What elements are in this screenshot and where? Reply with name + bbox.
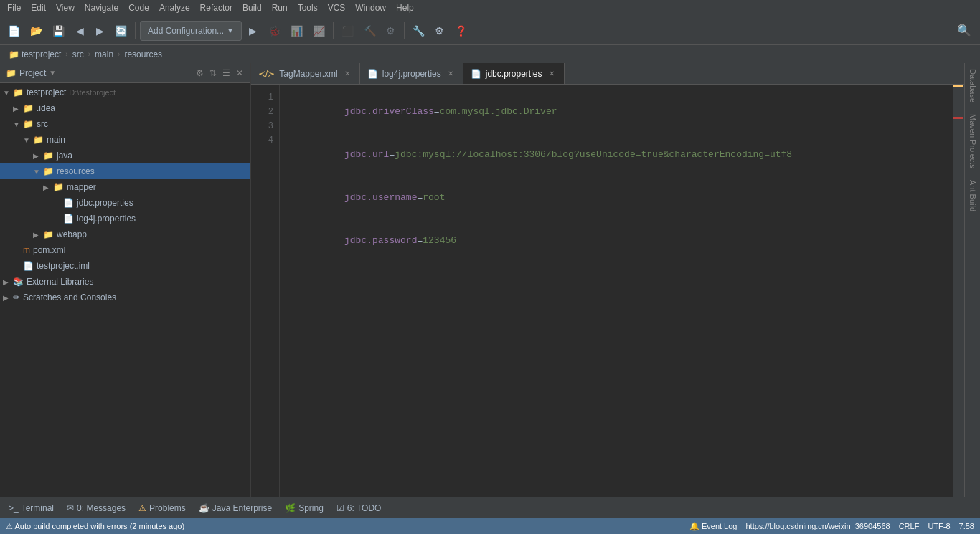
settings-button[interactable]: ⚙ — [431, 21, 448, 41]
event-log-icon: 🔔 — [689, 522, 699, 531]
sdk-settings-button[interactable]: 🔧 — [409, 21, 428, 41]
open-button[interactable]: 📂 — [27, 21, 46, 41]
right-tab-ant[interactable]: Ant Build — [967, 174, 979, 217]
menu-navigate[interactable]: Navigate — [80, 1, 123, 14]
run-button[interactable]: ▶ — [245, 21, 262, 41]
tree-arrow-resources: ▼ — [33, 168, 43, 176]
bottom-tab-terminal[interactable]: >_ Terminal — [3, 498, 60, 518]
menu-edit[interactable]: Edit — [27, 1, 50, 14]
menu-run[interactable]: Run — [268, 1, 292, 14]
java-folder-icon: 📁 — [43, 151, 54, 161]
tree-arrow-ext: ▶ — [3, 278, 13, 286]
menu-vcs[interactable]: VCS — [324, 1, 350, 14]
breadcrumb-testproject[interactable]: 📁 testproject — [6, 49, 64, 60]
menu-view[interactable]: View — [52, 1, 79, 14]
event-log-button[interactable]: 🔔 Event Log — [689, 522, 738, 531]
tab-close-jdbc[interactable]: ✕ — [547, 69, 557, 79]
project-panel: 📁 Project ▼ ⚙ ⇅ ☰ ✕ ▼ 📁 testproject D:\t… — [0, 63, 251, 497]
bottom-tab-label-messages: 0: Messages — [77, 503, 126, 513]
tree-item-idea[interactable]: ▶ 📁 .idea — [0, 100, 250, 116]
build-button[interactable]: 🔨 — [360, 21, 380, 41]
bottom-tab-spring[interactable]: 🌿 Spring — [279, 498, 329, 518]
breadcrumb-src[interactable]: src — [70, 49, 87, 60]
tree-arrow-mapper: ▶ — [43, 183, 53, 191]
tab-label-jdbc: jdbc.properties — [486, 69, 542, 79]
profiler-button[interactable]: 📈 — [309, 21, 329, 41]
tree-label-mapper: mapper — [67, 182, 96, 192]
tree-item-main[interactable]: ▼ 📁 main — [0, 132, 250, 148]
build-status-text: Auto build completed with errors (2 minu… — [14, 522, 184, 530]
tab-tagmapper[interactable]: ≺/≻ TagMapper.xml ✕ — [251, 63, 360, 85]
menu-tools[interactable]: Tools — [293, 1, 322, 14]
tree-label-java: java — [57, 151, 72, 161]
menu-code[interactable]: Code — [124, 1, 154, 14]
menu-refactor[interactable]: Refactor — [196, 1, 237, 14]
build2-button[interactable]: ⚙ — [382, 21, 400, 41]
tree-item-log4j-props[interactable]: ▶ 📄 log4j.properties — [0, 211, 250, 227]
bottom-tab-problems[interactable]: ⚠ Problems — [133, 498, 192, 518]
forward-button[interactable]: ▶ — [91, 21, 108, 41]
bottom-tab-messages[interactable]: ✉ 0: Messages — [61, 498, 131, 518]
project-panel-header: 📁 Project ▼ ⚙ ⇅ ☰ ✕ — [0, 63, 250, 83]
search-everywhere-button[interactable]: 🔍 — [953, 22, 976, 39]
back-button[interactable]: ◀ — [71, 21, 88, 41]
code-line-3: jdbc.username=root — [288, 176, 944, 219]
close-icon[interactable]: ✕ — [235, 67, 245, 80]
menu-file[interactable]: File — [3, 1, 25, 14]
stop-button[interactable]: ⬛ — [338, 21, 357, 41]
webapp-folder-icon: 📁 — [43, 229, 54, 239]
tree-item-root[interactable]: ▼ 📁 testproject D:\testproject — [0, 85, 250, 100]
tree-label-external-libs: External Libraries — [27, 277, 93, 287]
dropdown-arrow: ▼ — [49, 69, 56, 77]
tree-item-pom[interactable]: ▶ m pom.xml — [0, 242, 250, 258]
project-panel-title: 📁 Project ▼ — [6, 68, 192, 78]
debug-button[interactable]: 🐞 — [265, 21, 284, 41]
breadcrumb-resources[interactable]: resources — [121, 49, 165, 60]
menu-window[interactable]: Window — [351, 1, 390, 14]
tree-label-jdbc-props: jdbc.properties — [77, 198, 133, 208]
menu-build[interactable]: Build — [238, 1, 266, 14]
tree-label-scratches: Scratches and Consoles — [23, 292, 116, 302]
sync-button[interactable]: 🔄 — [111, 21, 131, 41]
breadcrumb-sep-1: › — [65, 50, 67, 58]
help-button[interactable]: ❓ — [451, 21, 471, 41]
line-ending-display[interactable]: CRLF — [899, 522, 920, 530]
coverage-button[interactable]: 📊 — [287, 21, 306, 41]
breadcrumb-main[interactable]: main — [92, 49, 116, 60]
encoding-display[interactable]: UTF-8 — [928, 522, 950, 530]
right-tab-database[interactable]: Database — [967, 63, 979, 108]
settings-icon[interactable]: ☰ — [221, 67, 232, 80]
tab-jdbc[interactable]: 📄 jdbc.properties ✕ — [463, 63, 565, 85]
code-area[interactable]: jdbc.driverClass=com.mysql.jdbc.Driver j… — [280, 85, 953, 497]
bottom-tab-java-enterprise[interactable]: ☕ Java Enterprise — [193, 498, 278, 518]
project-tree: ▼ 📁 testproject D:\testproject ▶ 📁 .idea… — [0, 83, 250, 497]
tree-item-iml[interactable]: ▶ 📄 testproject.iml — [0, 258, 250, 274]
terminal-icon: >_ — [9, 503, 19, 513]
prop-driver-class: jdbc.driverClass — [344, 106, 434, 117]
tree-label-resources: resources — [57, 166, 95, 176]
tree-item-resources[interactable]: ▼ 📁 resources — [0, 163, 250, 179]
right-tab-maven[interactable]: Maven Projects — [967, 108, 979, 174]
gear-icon[interactable]: ⚙ — [194, 67, 205, 80]
tab-log4j[interactable]: 📄 log4j.properties ✕ — [360, 63, 463, 85]
tree-item-java[interactable]: ▶ 📁 java — [0, 148, 250, 163]
resources-folder-icon: 📁 — [43, 166, 54, 176]
add-configuration-button[interactable]: Add Configuration... ▼ — [140, 21, 242, 41]
tree-label-pom: pom.xml — [33, 245, 65, 255]
bottom-tab-label-spring: Spring — [298, 503, 324, 513]
menu-analyze[interactable]: Analyze — [155, 1, 194, 14]
tree-item-webapp[interactable]: ▶ 📁 webapp — [0, 227, 250, 242]
sort-icon[interactable]: ⇅ — [208, 67, 218, 80]
tree-item-jdbc-props[interactable]: ▶ 📄 jdbc.properties — [0, 195, 250, 211]
tab-close-tagmapper[interactable]: ✕ — [342, 69, 352, 79]
tab-close-log4j[interactable]: ✕ — [446, 69, 456, 79]
save-button[interactable]: 💾 — [49, 21, 68, 41]
tree-item-mapper[interactable]: ▶ 📁 mapper — [0, 179, 250, 195]
log4j-icon: 📄 — [367, 69, 378, 79]
tree-item-scratches[interactable]: ▶ ✏ Scratches and Consoles — [0, 290, 250, 305]
tree-item-external-libs[interactable]: ▶ 📚 External Libraries — [0, 274, 250, 290]
bottom-tab-todo[interactable]: ☑ 6: TODO — [331, 498, 387, 518]
new-file-button[interactable]: 📄 — [4, 21, 24, 41]
menu-help[interactable]: Help — [392, 1, 418, 14]
tree-item-src[interactable]: ▼ 📁 src — [0, 116, 250, 132]
